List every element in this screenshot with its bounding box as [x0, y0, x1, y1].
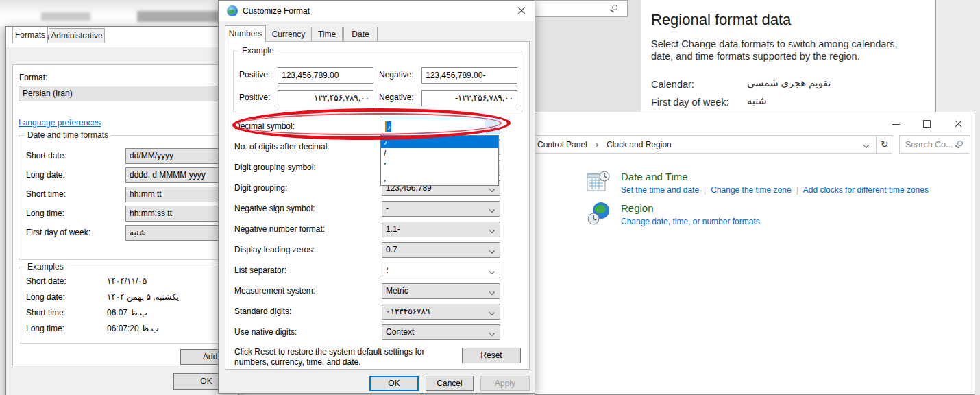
dropdown-option[interactable]: /	[381, 148, 498, 160]
positive-label: Positive:	[239, 70, 270, 80]
chevron-down-icon[interactable]	[863, 142, 869, 148]
close-button[interactable]	[946, 117, 970, 131]
search-placeholder: Search Co...	[905, 140, 953, 149]
use-native-digits-combobox[interactable]: Context	[382, 324, 500, 340]
long-date-label: Long date:	[26, 170, 65, 180]
refresh-button[interactable]: ↻	[876, 136, 892, 153]
region-icon[interactable]	[587, 202, 612, 226]
tab-time[interactable]: Time	[311, 27, 343, 41]
region-dialog: Region Formats Administrative #region-pa…	[5, 26, 238, 395]
tab-formats[interactable]: Formats	[12, 27, 48, 43]
search-icon	[612, 5, 617, 10]
settings-regional-format-panel: Regional format data Select Change data …	[641, 0, 936, 112]
tab-currency[interactable]: Currency	[267, 27, 310, 41]
chevron-down-icon	[489, 289, 495, 295]
control-panel-search-input[interactable]: Search Co...	[899, 135, 970, 154]
date-and-time-link[interactable]: Date and Time	[621, 171, 688, 182]
long-time-label: Long time:	[26, 208, 64, 218]
ex-long-date-label: Long date:	[26, 292, 65, 302]
ex-long-time-value: 06:07:20 ب.ظ	[107, 324, 159, 333]
long-date-combobox[interactable]: dddd, d MMMM yyyy	[125, 167, 223, 183]
background-text-smudge	[41, 12, 90, 21]
desktop-strip	[936, 0, 980, 112]
short-date-label: Short date:	[26, 151, 66, 160]
datetime-formats-group: Date and time formats Short date: dd/MM/…	[19, 135, 223, 260]
region-link[interactable]: Region	[621, 202, 654, 214]
language-preferences-link[interactable]: Language preferences	[19, 118, 101, 128]
customize-app-icon	[227, 5, 238, 16]
example-group: Example Positive: 123,456,789.00 Negativ…	[233, 51, 522, 112]
format-value: Persian (Iran)	[23, 88, 73, 98]
tab-date[interactable]: Date	[343, 27, 378, 41]
tab-numbers[interactable]: Numbers	[225, 25, 266, 42]
list-separator-combobox[interactable]: ؛	[382, 263, 500, 278]
use-native-digits-label: Use native digits:	[234, 327, 297, 337]
display-leading-zeros-combobox[interactable]: 0.7	[382, 242, 500, 258]
minimize-button[interactable]	[885, 117, 908, 131]
search-icon	[957, 141, 963, 146]
change-formats-link[interactable]: Change date, time, or number formats	[621, 217, 760, 226]
dropdown-option[interactable]: ,	[381, 173, 498, 185]
dropdown-option[interactable]: ٬	[381, 160, 498, 173]
customize-format-dialog: Customize Format Numbers Currency Time D…	[218, 0, 535, 394]
negative-native-field: -۱۲۳,۴۵۶,۷۸۹,۰۰	[421, 90, 517, 106]
minimize-icon	[892, 124, 900, 125]
chevron-down-icon	[489, 206, 495, 213]
change-time-zone-link[interactable]: Change the time zone	[711, 185, 791, 195]
reset-button[interactable]: Reset	[462, 348, 521, 363]
ex-short-date-label: Short date:	[26, 276, 66, 286]
format-label: Format:	[19, 73, 47, 82]
chevron-down-icon	[489, 186, 495, 192]
standard-digits-label: Standard digits:	[234, 307, 291, 316]
format-combobox[interactable]: Persian (Iran)	[19, 86, 228, 101]
first-day-combobox[interactable]: شنبه	[125, 225, 223, 241]
customize-dialog-title: Customize Format	[243, 6, 310, 16]
first-day-value: شنبه	[747, 95, 767, 106]
chevron-down-icon	[489, 330, 495, 336]
positive-label: Positive:	[239, 93, 270, 102]
examples-group: Examples Short date: ۱۴۰۴/۱۱/۰۵ Long dat…	[19, 267, 223, 344]
add-clocks-link[interactable]: Add clocks for different time zones	[803, 185, 929, 195]
set-time-date-link[interactable]: Set the time and date	[621, 185, 699, 195]
chevron-down-icon	[489, 268, 495, 274]
cancel-button[interactable]: Cancel	[426, 376, 474, 391]
first-day-label: First day of week:	[26, 228, 90, 237]
breadcrumb-root[interactable]: Control Panel	[537, 140, 587, 149]
apply-button[interactable]: Apply	[480, 376, 530, 391]
link-divider: |	[699, 185, 711, 195]
background-search-box[interactable]	[528, 0, 628, 17]
desktop-strip	[0, 26, 5, 395]
group-title: Examples	[25, 262, 66, 272]
maximize-button[interactable]	[916, 117, 939, 131]
long-time-combobox[interactable]: hh:mm:ss tt	[125, 206, 223, 222]
negative-sign-symbol-combobox[interactable]: -	[382, 201, 500, 217]
link-divider: |	[792, 185, 803, 195]
short-date-combobox[interactable]: dd/MM/yyyy	[125, 148, 223, 164]
decimal-symbol-dropdown-list: ٫ / ٬ ,	[380, 135, 499, 186]
display-leading-zeros-label: Display leading zeros:	[234, 245, 315, 254]
ex-short-time-value: 06:07 ب.ظ	[107, 308, 147, 318]
calendar-label: Calendar:	[651, 79, 694, 90]
address-bar[interactable]: Control Panel › Clock and Region ↻	[535, 135, 892, 154]
calendar-value: تقویم هجری شمسی	[747, 77, 831, 88]
customize-dialog-titlebar[interactable]: Customize Format	[219, 1, 535, 21]
date-and-time-icon[interactable]	[586, 170, 611, 195]
list-separator-label: List separator:	[234, 265, 286, 275]
group-title: Example	[239, 46, 277, 56]
digit-grouping-label: Digit grouping:	[234, 183, 287, 193]
negative-label: Negative:	[379, 70, 414, 80]
breadcrumb-current[interactable]: Clock and Region	[607, 140, 672, 149]
measurement-system-combobox[interactable]: Metric	[382, 283, 500, 299]
ex-long-date-value: یکشنبه, ۵ بهمن ۱۴۰۴	[107, 292, 179, 302]
negative-sign-symbol-label: Negative sign symbol:	[234, 204, 315, 213]
maximize-icon	[923, 120, 931, 128]
reset-note: Click Reset to restore the system defaul…	[234, 347, 447, 368]
tab-administrative[interactable]: Administrative	[49, 28, 105, 43]
negative-number-format-combobox[interactable]: 1.1-	[382, 222, 500, 237]
breadcrumb-separator: ›	[596, 140, 598, 149]
standard-digits-combobox[interactable]: ۰۱۲۳۴۵۶۷۸۹	[382, 304, 500, 320]
positive-example-field: 123,456,789.00	[278, 67, 373, 84]
ok-button[interactable]: OK	[369, 376, 419, 391]
close-button[interactable]	[517, 6, 526, 16]
short-time-combobox[interactable]: hh:mm tt	[125, 187, 223, 202]
